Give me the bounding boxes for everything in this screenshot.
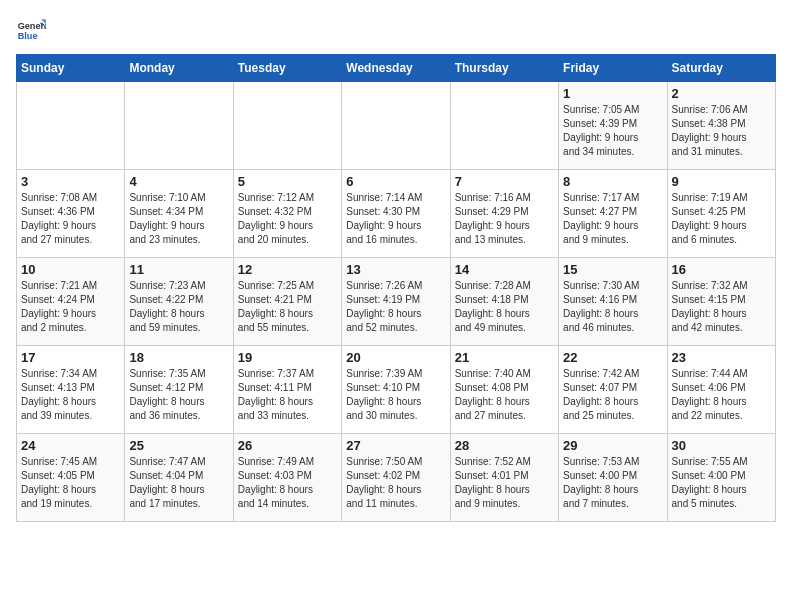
calendar-cell: 28Sunrise: 7:52 AM Sunset: 4:01 PM Dayli… <box>450 434 558 522</box>
day-info: Sunrise: 7:12 AM Sunset: 4:32 PM Dayligh… <box>238 191 337 247</box>
calendar-cell: 17Sunrise: 7:34 AM Sunset: 4:13 PM Dayli… <box>17 346 125 434</box>
calendar-cell: 10Sunrise: 7:21 AM Sunset: 4:24 PM Dayli… <box>17 258 125 346</box>
calendar-cell: 24Sunrise: 7:45 AM Sunset: 4:05 PM Dayli… <box>17 434 125 522</box>
day-info: Sunrise: 7:42 AM Sunset: 4:07 PM Dayligh… <box>563 367 662 423</box>
calendar-cell: 22Sunrise: 7:42 AM Sunset: 4:07 PM Dayli… <box>559 346 667 434</box>
calendar-cell: 7Sunrise: 7:16 AM Sunset: 4:29 PM Daylig… <box>450 170 558 258</box>
calendar-cell: 30Sunrise: 7:55 AM Sunset: 4:00 PM Dayli… <box>667 434 775 522</box>
day-number: 28 <box>455 438 554 453</box>
day-info: Sunrise: 7:08 AM Sunset: 4:36 PM Dayligh… <box>21 191 120 247</box>
day-number: 2 <box>672 86 771 101</box>
calendar-cell: 13Sunrise: 7:26 AM Sunset: 4:19 PM Dayli… <box>342 258 450 346</box>
day-number: 3 <box>21 174 120 189</box>
day-number: 6 <box>346 174 445 189</box>
calendar-cell: 25Sunrise: 7:47 AM Sunset: 4:04 PM Dayli… <box>125 434 233 522</box>
day-number: 12 <box>238 262 337 277</box>
day-info: Sunrise: 7:52 AM Sunset: 4:01 PM Dayligh… <box>455 455 554 511</box>
day-number: 9 <box>672 174 771 189</box>
day-info: Sunrise: 7:21 AM Sunset: 4:24 PM Dayligh… <box>21 279 120 335</box>
day-info: Sunrise: 7:44 AM Sunset: 4:06 PM Dayligh… <box>672 367 771 423</box>
calendar-cell: 9Sunrise: 7:19 AM Sunset: 4:25 PM Daylig… <box>667 170 775 258</box>
svg-text:Blue: Blue <box>18 31 38 41</box>
calendar-cell: 4Sunrise: 7:10 AM Sunset: 4:34 PM Daylig… <box>125 170 233 258</box>
day-info: Sunrise: 7:30 AM Sunset: 4:16 PM Dayligh… <box>563 279 662 335</box>
day-info: Sunrise: 7:47 AM Sunset: 4:04 PM Dayligh… <box>129 455 228 511</box>
calendar-cell: 26Sunrise: 7:49 AM Sunset: 4:03 PM Dayli… <box>233 434 341 522</box>
day-number: 4 <box>129 174 228 189</box>
weekday-header-wednesday: Wednesday <box>342 55 450 82</box>
logo: General Blue <box>16 16 46 46</box>
day-number: 20 <box>346 350 445 365</box>
weekday-header-tuesday: Tuesday <box>233 55 341 82</box>
weekday-header-friday: Friday <box>559 55 667 82</box>
calendar-cell: 11Sunrise: 7:23 AM Sunset: 4:22 PM Dayli… <box>125 258 233 346</box>
day-number: 11 <box>129 262 228 277</box>
calendar-cell <box>17 82 125 170</box>
day-info: Sunrise: 7:39 AM Sunset: 4:10 PM Dayligh… <box>346 367 445 423</box>
calendar-cell: 18Sunrise: 7:35 AM Sunset: 4:12 PM Dayli… <box>125 346 233 434</box>
day-info: Sunrise: 7:45 AM Sunset: 4:05 PM Dayligh… <box>21 455 120 511</box>
weekday-header-monday: Monday <box>125 55 233 82</box>
day-info: Sunrise: 7:17 AM Sunset: 4:27 PM Dayligh… <box>563 191 662 247</box>
calendar-cell: 1Sunrise: 7:05 AM Sunset: 4:39 PM Daylig… <box>559 82 667 170</box>
day-number: 16 <box>672 262 771 277</box>
day-number: 10 <box>21 262 120 277</box>
day-number: 13 <box>346 262 445 277</box>
header: General Blue <box>16 16 776 46</box>
day-info: Sunrise: 7:34 AM Sunset: 4:13 PM Dayligh… <box>21 367 120 423</box>
day-number: 21 <box>455 350 554 365</box>
day-info: Sunrise: 7:28 AM Sunset: 4:18 PM Dayligh… <box>455 279 554 335</box>
logo-icon: General Blue <box>16 16 46 46</box>
calendar-cell: 2Sunrise: 7:06 AM Sunset: 4:38 PM Daylig… <box>667 82 775 170</box>
calendar-week-row: 1Sunrise: 7:05 AM Sunset: 4:39 PM Daylig… <box>17 82 776 170</box>
day-info: Sunrise: 7:16 AM Sunset: 4:29 PM Dayligh… <box>455 191 554 247</box>
calendar-cell: 16Sunrise: 7:32 AM Sunset: 4:15 PM Dayli… <box>667 258 775 346</box>
calendar-week-row: 10Sunrise: 7:21 AM Sunset: 4:24 PM Dayli… <box>17 258 776 346</box>
calendar-week-row: 3Sunrise: 7:08 AM Sunset: 4:36 PM Daylig… <box>17 170 776 258</box>
calendar-cell <box>450 82 558 170</box>
calendar-cell: 23Sunrise: 7:44 AM Sunset: 4:06 PM Dayli… <box>667 346 775 434</box>
day-info: Sunrise: 7:26 AM Sunset: 4:19 PM Dayligh… <box>346 279 445 335</box>
day-info: Sunrise: 7:37 AM Sunset: 4:11 PM Dayligh… <box>238 367 337 423</box>
calendar-cell: 19Sunrise: 7:37 AM Sunset: 4:11 PM Dayli… <box>233 346 341 434</box>
day-number: 8 <box>563 174 662 189</box>
day-number: 5 <box>238 174 337 189</box>
day-number: 25 <box>129 438 228 453</box>
calendar-cell: 20Sunrise: 7:39 AM Sunset: 4:10 PM Dayli… <box>342 346 450 434</box>
day-info: Sunrise: 7:19 AM Sunset: 4:25 PM Dayligh… <box>672 191 771 247</box>
calendar-cell <box>125 82 233 170</box>
calendar-cell: 27Sunrise: 7:50 AM Sunset: 4:02 PM Dayli… <box>342 434 450 522</box>
calendar-cell: 14Sunrise: 7:28 AM Sunset: 4:18 PM Dayli… <box>450 258 558 346</box>
day-info: Sunrise: 7:40 AM Sunset: 4:08 PM Dayligh… <box>455 367 554 423</box>
day-number: 24 <box>21 438 120 453</box>
calendar-cell: 6Sunrise: 7:14 AM Sunset: 4:30 PM Daylig… <box>342 170 450 258</box>
day-number: 29 <box>563 438 662 453</box>
day-info: Sunrise: 7:53 AM Sunset: 4:00 PM Dayligh… <box>563 455 662 511</box>
day-number: 19 <box>238 350 337 365</box>
day-number: 14 <box>455 262 554 277</box>
day-number: 7 <box>455 174 554 189</box>
day-number: 22 <box>563 350 662 365</box>
calendar-cell: 8Sunrise: 7:17 AM Sunset: 4:27 PM Daylig… <box>559 170 667 258</box>
day-number: 17 <box>21 350 120 365</box>
weekday-header-saturday: Saturday <box>667 55 775 82</box>
day-number: 23 <box>672 350 771 365</box>
weekday-header-row: SundayMondayTuesdayWednesdayThursdayFrid… <box>17 55 776 82</box>
calendar-week-row: 24Sunrise: 7:45 AM Sunset: 4:05 PM Dayli… <box>17 434 776 522</box>
day-number: 27 <box>346 438 445 453</box>
day-info: Sunrise: 7:49 AM Sunset: 4:03 PM Dayligh… <box>238 455 337 511</box>
calendar-cell: 5Sunrise: 7:12 AM Sunset: 4:32 PM Daylig… <box>233 170 341 258</box>
calendar-table: SundayMondayTuesdayWednesdayThursdayFrid… <box>16 54 776 522</box>
day-info: Sunrise: 7:50 AM Sunset: 4:02 PM Dayligh… <box>346 455 445 511</box>
day-info: Sunrise: 7:05 AM Sunset: 4:39 PM Dayligh… <box>563 103 662 159</box>
day-info: Sunrise: 7:32 AM Sunset: 4:15 PM Dayligh… <box>672 279 771 335</box>
calendar-cell: 29Sunrise: 7:53 AM Sunset: 4:00 PM Dayli… <box>559 434 667 522</box>
calendar-cell <box>233 82 341 170</box>
day-info: Sunrise: 7:14 AM Sunset: 4:30 PM Dayligh… <box>346 191 445 247</box>
calendar-cell: 3Sunrise: 7:08 AM Sunset: 4:36 PM Daylig… <box>17 170 125 258</box>
day-number: 26 <box>238 438 337 453</box>
day-number: 1 <box>563 86 662 101</box>
day-number: 18 <box>129 350 228 365</box>
calendar-week-row: 17Sunrise: 7:34 AM Sunset: 4:13 PM Dayli… <box>17 346 776 434</box>
day-number: 15 <box>563 262 662 277</box>
